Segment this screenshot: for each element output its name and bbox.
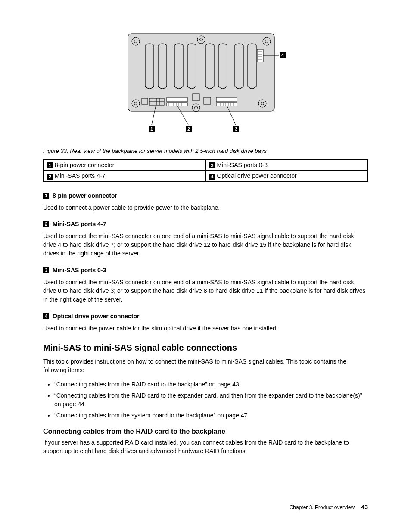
- figure-caption: Figure 33. Rear view of the backplane fo…: [43, 148, 368, 154]
- main-intro: This topic provides instructions on how …: [43, 357, 368, 375]
- figure-container: 1 2 3 4: [43, 30, 368, 139]
- section-title: Mini-SAS ports 4-7: [53, 221, 106, 227]
- section-body: Used to connect a power cable to provide…: [43, 203, 368, 212]
- callout-num-icon: 2: [47, 174, 53, 180]
- cell-2: 2Mini-SAS ports 4-7: [44, 171, 206, 181]
- callout-num-icon: 3: [43, 267, 49, 273]
- svg-text:4: 4: [281, 53, 284, 58]
- document-page: 1 2 3 4 Figure 33. Rear view of the back…: [0, 0, 411, 532]
- cell-4: 4Optical drive power connector: [206, 171, 368, 181]
- section-title: Optical drive power connector: [53, 313, 140, 320]
- callout-num-icon: 1: [47, 162, 53, 168]
- cell-3: 3Mini-SAS ports 0-3: [206, 160, 368, 171]
- svg-rect-30: [216, 97, 237, 102]
- section-heading-1: 1 8-pin power connector: [43, 192, 368, 199]
- cell-1: 18-pin power connector: [44, 160, 206, 171]
- footer-page-number: 43: [361, 504, 368, 510]
- callout-num-icon: 1: [43, 193, 49, 199]
- cell-text: Optical drive power connector: [217, 172, 297, 179]
- backplane-diagram: 1 2 3 4: [124, 30, 287, 138]
- bullet-list: “Connecting cables from the RAID card to…: [43, 380, 368, 420]
- section-body: Used to connect the mini-SAS connector o…: [43, 232, 368, 258]
- page-footer: Chapter 3. Product overview 43: [290, 504, 368, 510]
- list-item: “Connecting cables from the RAID card to…: [54, 380, 368, 389]
- cell-text: 8-pin power connector: [55, 162, 115, 168]
- callout-num-icon: 3: [209, 162, 215, 168]
- footer-chapter: Chapter 3. Product overview: [290, 504, 355, 510]
- section-heading-2: 2 Mini-SAS ports 4-7: [43, 221, 368, 227]
- table-row: 18-pin power connector 3Mini-SAS ports 0…: [44, 160, 368, 171]
- cell-text: Mini-SAS ports 4-7: [55, 172, 105, 179]
- cell-text: Mini-SAS ports 0-3: [217, 162, 268, 168]
- section-body: Used to connect the power cable for the …: [43, 324, 368, 333]
- sub-body: If your server has a supported RAID card…: [43, 438, 368, 456]
- list-item: “Connecting cables from the system board…: [54, 411, 368, 420]
- section-title: 8-pin power connector: [53, 192, 117, 199]
- svg-text:2: 2: [187, 126, 190, 131]
- svg-rect-39: [257, 49, 263, 62]
- callout-table: 18-pin power connector 3Mini-SAS ports 0…: [43, 159, 368, 182]
- sub-heading: Connecting cables from the RAID card to …: [43, 428, 368, 436]
- svg-text:1: 1: [150, 126, 153, 131]
- table-row: 2Mini-SAS ports 4-7 4Optical drive power…: [44, 171, 368, 181]
- section-body: Used to connect the mini-SAS connector o…: [43, 278, 368, 304]
- section-heading-3: 3 Mini-SAS ports 0-3: [43, 267, 368, 274]
- svg-rect-20: [167, 103, 187, 106]
- main-heading: Mini-SAS to mini-SAS signal cable connec…: [43, 343, 368, 353]
- section-title: Mini-SAS ports 0-3: [53, 267, 106, 274]
- callout-num-icon: 4: [209, 174, 215, 180]
- callout-num-icon: 4: [43, 313, 49, 319]
- section-heading-4: 4 Optical drive power connector: [43, 313, 368, 320]
- svg-rect-31: [216, 103, 237, 106]
- list-item: “Connecting cables from the RAID card to…: [54, 391, 368, 409]
- svg-rect-19: [167, 97, 187, 102]
- svg-text:3: 3: [235, 126, 237, 131]
- callout-num-icon: 2: [43, 221, 49, 227]
